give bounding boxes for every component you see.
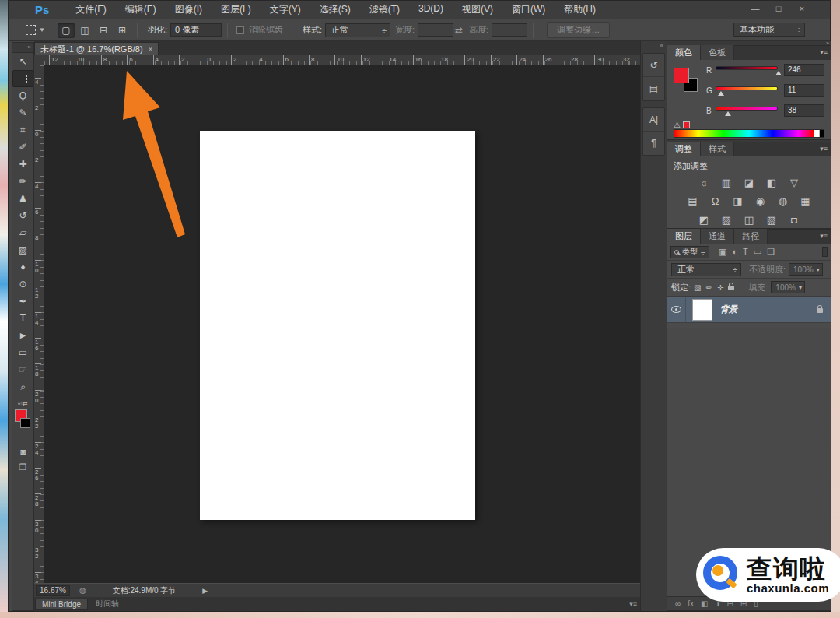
blue-slider-thumb[interactable]	[725, 111, 731, 116]
green-slider-thumb[interactable]	[718, 91, 724, 96]
layer-filter-toggle[interactable]	[822, 247, 828, 257]
eraser-tool[interactable]: ▱	[12, 224, 33, 241]
color-spectrum-ramp[interactable]	[674, 129, 824, 138]
tab-channels[interactable]: 通道	[701, 229, 734, 244]
lock-transparent-pixels-icon[interactable]: ▨	[694, 283, 701, 292]
photo-filter-icon[interactable]: ◉	[754, 195, 767, 207]
swap-dimensions-icon[interactable]: ⇄	[455, 25, 463, 36]
blur-tool[interactable]: ♦	[12, 258, 33, 276]
menu-item-4[interactable]: 文字(Y)	[261, 3, 310, 16]
lock-image-pixels-icon[interactable]: ✏	[706, 283, 712, 292]
minimize-button[interactable]: —	[747, 3, 763, 16]
blend-mode-select[interactable]: 正常 ÷	[671, 263, 741, 276]
tab-adjustments[interactable]: 调整	[667, 142, 701, 156]
filter-pixel-layer-icon[interactable]: ▣	[719, 247, 726, 257]
screen-mode-icon[interactable]: ❐	[12, 459, 33, 475]
paragraph-panel-icon[interactable]: ¶	[643, 132, 664, 155]
menu-item-10[interactable]: 帮助(H)	[555, 3, 605, 16]
clone-stamp-tool[interactable]: ♟	[12, 190, 33, 207]
selective-color-icon[interactable]: ◘	[788, 214, 800, 226]
width-input[interactable]	[418, 23, 453, 37]
quick-mask-icon[interactable]: ◙	[12, 444, 33, 459]
threshold-icon[interactable]: ◫	[743, 214, 755, 226]
gradient-tool[interactable]: ▨	[12, 241, 33, 258]
tab-paths[interactable]: 路径	[734, 229, 768, 244]
canvas-workspace[interactable]	[44, 65, 640, 583]
panel-menu-icon[interactable]: ▾≡	[629, 600, 637, 608]
panel-menu-icon[interactable]: ▾≡	[820, 48, 828, 56]
history-panel-icon[interactable]: ↺	[643, 54, 664, 77]
hue-saturation-icon[interactable]: ▤	[687, 195, 699, 207]
properties-panel-icon[interactable]: ▤	[643, 77, 664, 100]
gamut-color-swatch[interactable]	[683, 121, 690, 128]
zoom-tool[interactable]: ⌕	[12, 378, 33, 395]
expand-dock-icon[interactable]: «	[641, 41, 667, 51]
path-selection-tool[interactable]: ►	[12, 327, 33, 344]
opacity-field[interactable]: 100% ▾	[789, 263, 823, 276]
layer-row-background[interactable]: 背景	[667, 297, 831, 323]
collapse-tools-icon[interactable]: »	[12, 43, 33, 53]
status-menu-arrow-icon[interactable]: ▶	[202, 587, 208, 595]
layer-style-icon[interactable]: fx	[688, 599, 694, 608]
red-slider[interactable]	[716, 66, 778, 70]
add-to-selection-mode[interactable]: ◫	[76, 23, 93, 38]
tab-layers[interactable]: 图层	[667, 229, 701, 244]
menu-item-9[interactable]: 窗口(W)	[502, 3, 555, 16]
add-layer-mask-icon[interactable]: ◧	[701, 599, 708, 608]
tab-swatches[interactable]: 色板	[701, 45, 734, 60]
close-button[interactable]: ×	[794, 3, 810, 16]
gamut-warning-icon[interactable]: ⚠	[674, 121, 681, 129]
color-lookup-icon[interactable]: ▦	[800, 195, 812, 207]
panel-menu-icon[interactable]: ▾≡	[820, 145, 828, 153]
menu-item-0[interactable]: 文件(F)	[66, 3, 115, 16]
menu-item-1[interactable]: 编辑(E)	[116, 3, 166, 16]
menu-item-2[interactable]: 图像(I)	[166, 3, 212, 16]
blue-value-field[interactable]: 38	[784, 104, 824, 117]
layer-filter-type-select[interactable]: 类型 ÷	[670, 246, 709, 258]
lock-position-icon[interactable]: ✛	[717, 283, 723, 292]
brush-tool[interactable]: ✏	[12, 173, 33, 190]
green-value-field[interactable]: 11	[784, 84, 824, 97]
lock-all-icon[interactable]	[728, 283, 734, 292]
vibrance-icon[interactable]: ▽	[788, 177, 800, 188]
layer-visibility-toggle[interactable]	[667, 297, 686, 322]
dodge-tool[interactable]: ⊙	[12, 276, 33, 293]
menu-item-3[interactable]: 图层(L)	[212, 3, 261, 16]
green-slider[interactable]	[716, 86, 778, 90]
move-tool[interactable]: ↖	[12, 53, 33, 70]
type-tool[interactable]: T	[12, 310, 33, 327]
feather-input[interactable]: 0 像素	[170, 23, 222, 37]
rectangle-tool[interactable]: ▭	[12, 344, 33, 361]
exposure-icon[interactable]: ◧	[765, 177, 778, 188]
lasso-tool[interactable]: Ϙ	[12, 87, 33, 104]
eyedropper-tool[interactable]: ✐	[12, 139, 33, 156]
background-color-swatch[interactable]	[20, 418, 30, 428]
filter-type-layer-icon[interactable]: T	[743, 247, 748, 257]
posterize-icon[interactable]: ▨	[720, 214, 733, 226]
close-document-icon[interactable]: ×	[149, 45, 153, 54]
channel-mixer-icon[interactable]: ◍	[777, 195, 789, 207]
tab-mini-bridge[interactable]: Mini Bridge	[35, 599, 88, 610]
ruler-origin[interactable]	[34, 55, 44, 65]
pen-tool[interactable]: ✒	[12, 293, 33, 310]
gradient-map-icon[interactable]: ▧	[765, 214, 778, 226]
levels-icon[interactable]: ▥	[720, 177, 733, 188]
menu-item-6[interactable]: 滤镜(T)	[360, 3, 409, 16]
filter-shape-layer-icon[interactable]: ▭	[754, 247, 761, 257]
new-selection-mode[interactable]: ▢	[58, 23, 75, 38]
brightness-contrast-icon[interactable]: ☼	[698, 177, 710, 188]
tool-preset-picker[interactable]: ▼	[26, 25, 45, 35]
menu-item-7[interactable]: 3D(D)	[409, 3, 453, 16]
menu-item-5[interactable]: 选择(S)	[310, 3, 360, 16]
foreground-color-swatch[interactable]	[674, 68, 689, 83]
workspace-select[interactable]: 基本功能 ÷	[733, 23, 805, 37]
layer-thumbnail[interactable]	[692, 299, 712, 321]
invert-icon[interactable]: ◩	[698, 214, 710, 226]
tab-styles[interactable]: 样式	[701, 142, 734, 156]
menu-item-8[interactable]: 视图(V)	[453, 3, 502, 16]
tab-timeline[interactable]: 时间轴	[89, 599, 126, 610]
history-brush-tool[interactable]: ↺	[12, 207, 33, 224]
filter-adjustment-layer-icon[interactable]: ◐	[732, 247, 737, 257]
rectangular-marquee-tool[interactable]	[12, 70, 33, 87]
spot-healing-brush-tool[interactable]: ✚	[12, 156, 33, 173]
